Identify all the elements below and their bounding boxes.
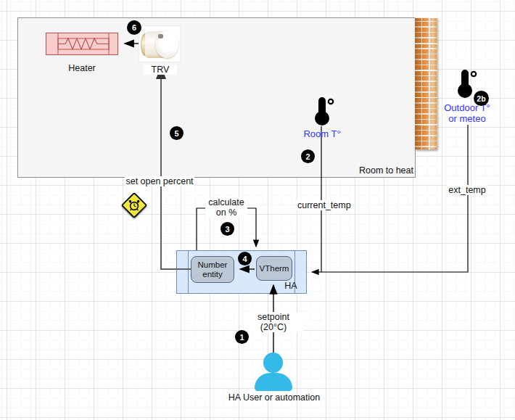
number-entity-box[interactable]: Number entity [191, 256, 234, 283]
outdoor-temp-line2: or meteo [448, 113, 485, 124]
user-torso [255, 373, 292, 391]
room-temp-label: Room T° [295, 128, 349, 139]
diagram-canvas: Room to heat Heater TRV Room T° [0, 0, 515, 420]
trv-display [158, 34, 163, 38]
outdoor-temp-label: Outdoor T° or meteo [440, 102, 495, 124]
step-badge-5: 5 [170, 126, 184, 140]
user-icon [255, 353, 292, 391]
heater-label: Heater [46, 63, 118, 73]
calculate-line1: calculate [208, 197, 244, 207]
ha-left-bar [188, 251, 189, 293]
calculate-line2: on % [216, 207, 237, 218]
room-label: Room to heat [319, 165, 413, 176]
current-temp-label: current_temp [297, 200, 347, 210]
step-badge-3: 3 [221, 222, 234, 236]
ha-label: HA [280, 281, 302, 291]
step-badge-1: 1 [235, 330, 249, 344]
step-badge-2: 2 [301, 149, 315, 163]
user-label: HA User or automation [220, 392, 329, 403]
step-badge-4: 4 [238, 252, 252, 265]
alarm-clock-icon [128, 199, 141, 212]
timer-warning-sign [121, 192, 147, 218]
trv-valve-image [139, 26, 180, 62]
brick-wall [415, 17, 437, 149]
setpoint-label: setpoint (20°C) [244, 312, 303, 332]
set-open-percent-label: set open percent [125, 176, 194, 186]
step-badge-6: 6 [127, 20, 141, 35]
user-head [263, 353, 283, 373]
room-thermometer-icon [311, 96, 336, 131]
trv-label: TRV [144, 65, 177, 75]
vtherm-box[interactable]: VTherm [256, 256, 292, 281]
resistor-icon [46, 33, 118, 54]
step-badge-2b: 2b [474, 91, 489, 106]
heater-shape [46, 33, 118, 55]
calculate-label: calculate on % [205, 197, 247, 218]
ext-temp-label: ext_temp [447, 185, 487, 195]
